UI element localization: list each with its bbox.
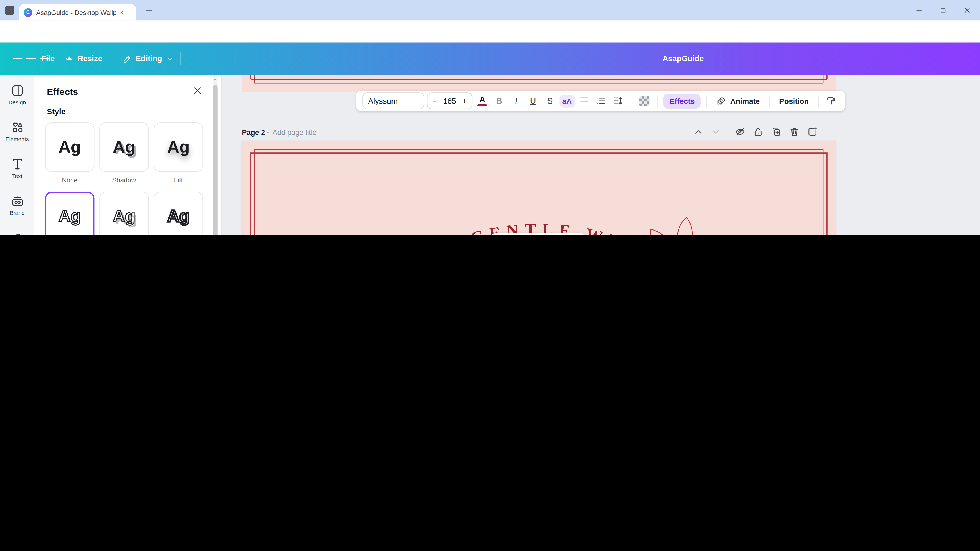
maximize-icon[interactable]: [939, 7, 947, 14]
text-color-button[interactable]: A: [475, 93, 490, 109]
sidebar: Design Elements Text Brand Uploads Draw …: [0, 75, 34, 235]
style-label-lift: Lift: [154, 176, 203, 184]
file-menu[interactable]: File: [41, 43, 55, 75]
style-label-none: None: [45, 176, 94, 184]
paint-roller-icon: [826, 95, 837, 106]
divider: [706, 95, 707, 107]
panel-title: Effects: [47, 86, 78, 97]
strikethrough-button[interactable]: S: [543, 93, 557, 109]
text-toolbar: Alyssum − 165 + A B I U S aA Effects: [356, 91, 845, 111]
list-icon: [596, 95, 607, 106]
font-selector[interactable]: Alyssum: [363, 92, 424, 109]
close-window-icon[interactable]: [963, 6, 972, 14]
list-button[interactable]: [594, 93, 609, 109]
page1-bottom-edge[interactable]: [242, 75, 836, 92]
canva-favicon: C: [24, 8, 32, 16]
panel-scrollbar-thumb[interactable]: [213, 85, 217, 235]
style-heading: Style: [47, 108, 65, 116]
sidebar-item-design[interactable]: Design: [0, 84, 34, 105]
effects-panel: Effects Style Ag Ag Ag None Shadow Lift …: [34, 75, 222, 235]
spacing-button[interactable]: [611, 93, 625, 109]
pencil-icon: [123, 54, 132, 64]
tab-close-icon[interactable]: [119, 9, 125, 15]
delete-page-icon[interactable]: [789, 126, 800, 137]
divider: [631, 95, 632, 107]
element-mini-toolbar: [488, 233, 589, 235]
minimize-icon[interactable]: [915, 6, 923, 14]
canvas-workspace: Alyssum − 165 + A B I U S aA Effects: [222, 75, 980, 235]
design-text-layer[interactable]: BE GENTLE WITH YOURSELF YOU GOT THIS.: [242, 141, 836, 235]
sidebar-item-uploads[interactable]: Uploads: [0, 231, 34, 235]
duplicate-page-icon[interactable]: [771, 126, 782, 137]
position-button[interactable]: Position: [775, 94, 813, 108]
text-case-button[interactable]: aA: [560, 93, 574, 109]
italic-button[interactable]: I: [509, 93, 523, 109]
font-size-value[interactable]: 165: [443, 97, 456, 105]
lock-page-icon[interactable]: [752, 126, 764, 137]
style-option-shadow[interactable]: Ag: [99, 122, 149, 171]
brand-icon: [10, 194, 24, 208]
effects-button-active[interactable]: Effects: [663, 94, 701, 108]
spacing-icon: [613, 95, 624, 106]
tab-title: AsapGuide - Desktop Wallpape: [36, 8, 116, 16]
style-option-outline[interactable]: Ag: [154, 192, 203, 235]
uploads-icon: [10, 231, 24, 235]
transparency-button[interactable]: [637, 93, 652, 109]
text-color-swatch: [478, 104, 487, 106]
close-icon[interactable]: [192, 85, 203, 96]
animate-icon: [717, 96, 727, 106]
crown-icon: [65, 54, 74, 63]
font-size-minus[interactable]: −: [432, 97, 437, 105]
page1-frame-lines: [242, 75, 836, 92]
page-header-row: Page 2 -Add page title: [242, 126, 961, 139]
browser-tabstrip: C AsapGuide - Desktop Wallpape: [0, 0, 980, 21]
copy-style-button[interactable]: [824, 93, 839, 109]
style-option-none[interactable]: Ag: [45, 122, 94, 171]
screen: C AsapGuide - Desktop Wallpape canva.com…: [0, 0, 980, 235]
align-icon: [579, 95, 590, 106]
browser-tab[interactable]: C AsapGuide - Desktop Wallpape: [19, 4, 136, 21]
canva-header: File Resize Editing AsapGuide C + Publis…: [0, 43, 980, 75]
editing-mode-menu[interactable]: Editing: [123, 43, 174, 75]
chevron-down-icon: [166, 55, 174, 63]
add-page-icon[interactable]: [807, 126, 818, 137]
divider: [769, 95, 770, 107]
divider: [657, 95, 658, 107]
text-icon: [10, 157, 24, 171]
animate-button[interactable]: Animate: [713, 93, 764, 109]
window-controls: [915, 0, 976, 21]
browser-toolbar: canva.com/design/DAGUQp__8G0/QFjcMiH5SOo…: [0, 21, 980, 42]
style-option-hollow-selected[interactable]: Ag: [45, 192, 94, 235]
font-size-plus[interactable]: +: [463, 97, 467, 105]
underline-button[interactable]: U: [526, 93, 540, 109]
elements-icon: [10, 121, 24, 135]
tab-search-icon[interactable]: [5, 6, 14, 15]
sidebar-item-brand[interactable]: Brand: [0, 194, 34, 216]
page-number-label: Page 2 -: [242, 129, 269, 136]
design-icon: [10, 84, 24, 97]
scroll-up-icon[interactable]: [213, 77, 218, 83]
style-option-lift[interactable]: Ag: [154, 122, 203, 171]
resize-menu[interactable]: Resize: [65, 43, 102, 75]
divider: [180, 52, 181, 65]
divider: [818, 95, 819, 107]
page-title-placeholder[interactable]: Add page title: [273, 129, 317, 136]
divider: [234, 52, 234, 65]
hide-page-icon[interactable]: [735, 126, 746, 137]
move-page-up-icon[interactable]: [693, 126, 704, 137]
bold-button[interactable]: B: [492, 93, 506, 109]
design-page[interactable]: BE GENTLE WITH YOURSELF YOU GOT THIS.: [242, 141, 836, 235]
page-controls: [693, 126, 818, 137]
brand-name: AsapGuide: [663, 43, 704, 75]
sidebar-item-elements[interactable]: Elements: [0, 121, 34, 142]
arc-text-top[interactable]: BE GENTLE WITH: [426, 220, 657, 235]
new-tab-button[interactable]: [145, 6, 153, 14]
style-option-splice[interactable]: Ag: [99, 192, 149, 235]
sidebar-item-text[interactable]: Text: [0, 157, 34, 179]
style-label-shadow: Shadow: [99, 176, 149, 184]
move-page-down-icon[interactable]: [711, 126, 721, 137]
transparency-icon: [640, 96, 649, 106]
alignment-button[interactable]: [577, 93, 592, 109]
font-size-stepper: − 165 +: [426, 92, 473, 109]
